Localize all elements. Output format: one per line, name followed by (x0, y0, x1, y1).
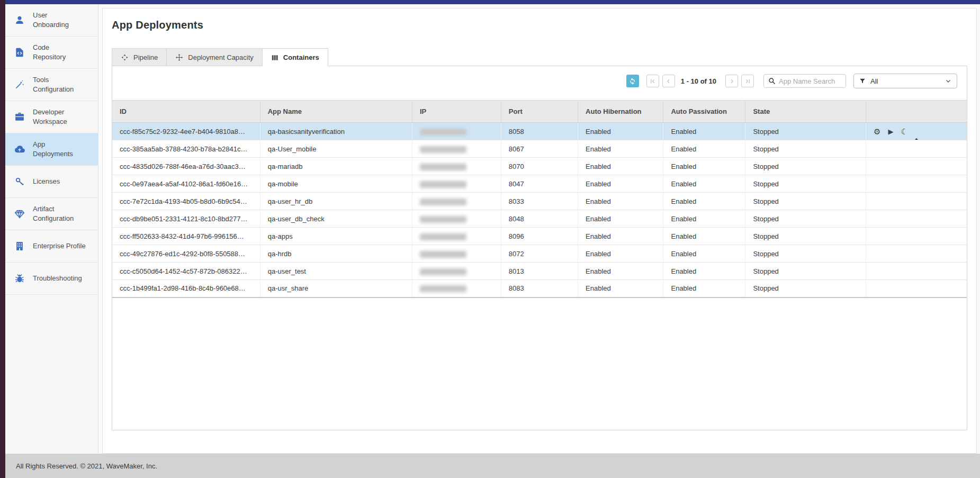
move-icon (175, 53, 183, 61)
cell-state: Stopped (745, 280, 866, 297)
pagination-range-label: 1 - 10 of 10 (681, 77, 716, 85)
table-row[interactable]: ccc-385aa5ab-3788-4230-b78a-b2841c… qa-U… (112, 140, 967, 158)
sidebar-item-licenses[interactable]: Licenses (5, 166, 98, 198)
sidebar-item-troubleshooting[interactable]: Troubleshooting (5, 263, 98, 295)
cell-port: 8033 (501, 193, 578, 210)
cell-ip (412, 245, 501, 263)
table-row[interactable]: ccc-db9be051-2331-4121-8c10-8bd277… qa-u… (112, 210, 967, 228)
cell-state: Stopped (745, 140, 866, 158)
filter-dropdown[interactable]: All (853, 74, 957, 88)
cell-id: ccc-7e72c1da-4193-4b05-b8d0-6b9c54… (112, 193, 260, 210)
first-page-button[interactable] (646, 75, 659, 87)
tab-deployment-capacity[interactable]: Deployment Capacity (166, 48, 263, 66)
chevron-right-icon (729, 78, 735, 85)
pipeline-icon (121, 53, 129, 61)
blurred-ip-value (420, 216, 466, 223)
cell-port: 8048 (501, 210, 578, 228)
table-row[interactable]: ccc-49c27876-ed1c-4292-b0f8-550588… qa-h… (112, 245, 967, 263)
cell-ip (412, 210, 501, 228)
column-header-actions (866, 101, 967, 123)
previous-page-button[interactable] (662, 75, 675, 87)
footer: All Rights Reserved. © 2021, WaveMaker, … (5, 454, 980, 478)
table-row[interactable]: ccc-1b499fa1-2d98-416b-8c4b-960e68… qa-u… (112, 280, 967, 297)
cell-ip (412, 193, 501, 210)
cell-port: 8013 (501, 263, 578, 280)
sidebar-item-tools-configuration[interactable]: Tools Configuration (5, 69, 98, 101)
code-repository-icon (13, 47, 26, 58)
cell-app-name: qa-hrdb (260, 245, 412, 263)
cloud-upload-icon (13, 144, 26, 155)
cell-actions: ⚙ ▶ ☾ Passivate (866, 210, 967, 228)
cell-auto-passivation: Enabled (663, 228, 745, 245)
blurred-ip-value (420, 129, 466, 136)
copyright-text: All Rights Reserved. © 2021, WaveMaker, … (16, 462, 157, 470)
cell-auto-hibernation: Enabled (578, 123, 663, 140)
cell-auto-passivation: Enabled (663, 245, 745, 263)
containers-table: ID App Name IP Port Auto Hibernation Aut… (112, 100, 967, 298)
sidebar-item-enterprise-profile[interactable]: Enterprise Profile (5, 230, 98, 263)
cell-id: ccc-385aa5ab-3788-4230-b78a-b2841c… (112, 140, 260, 158)
cell-state: Stopped (745, 158, 866, 175)
cell-app-name: qa-user_test (260, 263, 412, 280)
funnel-icon (859, 78, 866, 84)
next-page-button[interactable] (725, 75, 738, 87)
table-toolbar: 1 - 10 of 10 All (112, 66, 967, 88)
sidebar-item-label: Enterprise Profile (33, 241, 86, 251)
cell-id: ccc-db9be051-2331-4121-8c10-8bd277… (112, 210, 260, 228)
cell-port: 8096 (501, 228, 578, 245)
gear-icon[interactable]: ⚙ (874, 128, 880, 136)
left-edge-strip (0, 0, 5, 478)
sidebar-item-app-deployments[interactable]: App Deployments (5, 133, 98, 166)
app-name-search (763, 74, 846, 88)
cell-ip (412, 140, 501, 158)
tab-containers[interactable]: Containers (262, 48, 328, 66)
table-row[interactable]: ccc-7e72c1da-4193-4b05-b8d0-6b9c54… qa-u… (112, 193, 967, 210)
app-root: User Onboarding Code Repository Tools Co… (0, 0, 980, 478)
cell-actions: ⚙ ▶ ☾ Passivate (866, 228, 967, 245)
main-content: App Deployments Pipeline Deployment Capa… (98, 4, 980, 454)
cell-actions: ⚙ ▶ ☾ Passivate (866, 123, 967, 140)
cell-auto-hibernation: Enabled (578, 158, 663, 175)
cell-id: ccc-4835d026-788f-46ea-a76d-30aac3… (112, 158, 260, 175)
cell-ip (412, 158, 501, 175)
cell-state: Stopped (745, 210, 866, 228)
play-icon[interactable]: ▶ (888, 128, 893, 135)
table-row[interactable]: ccc-f85c75c2-9232-4ee7-b404-9810a8… qa-b… (112, 123, 967, 140)
table-row[interactable]: ccc-4835d026-788f-46ea-a76d-30aac3… qa-m… (112, 158, 967, 175)
cell-auto-hibernation: Enabled (578, 280, 663, 297)
briefcase-icon (13, 112, 26, 122)
table-row[interactable]: ccc-c5050d64-1452-4c57-872b-086322… qa-u… (112, 263, 967, 280)
last-page-button[interactable] (741, 75, 754, 87)
tab-pipeline[interactable]: Pipeline (112, 48, 167, 66)
cell-auto-hibernation: Enabled (578, 193, 663, 210)
cell-auto-passivation: Enabled (663, 175, 745, 193)
cell-actions: ⚙ ▶ ☾ Passivate (866, 175, 967, 193)
cell-auto-hibernation: Enabled (578, 175, 663, 193)
search-input[interactable] (779, 77, 841, 85)
sidebar-item-code-repository[interactable]: Code Repository (5, 37, 98, 69)
sidebar-item-user-onboarding[interactable]: User Onboarding (5, 4, 98, 37)
table-row[interactable]: ccc-0e97aea4-a5af-4102-86a1-fd60e16… qa-… (112, 175, 967, 193)
cell-app-name: qa-mariadb (260, 158, 412, 175)
cell-ip (412, 175, 501, 193)
refresh-button[interactable] (626, 75, 639, 87)
key-icon (13, 176, 26, 187)
cell-auto-hibernation: Enabled (578, 210, 663, 228)
sidebar-item-developer-workspace[interactable]: Developer Workspace (5, 101, 98, 133)
cell-auto-passivation: Enabled (663, 140, 745, 158)
cell-id: ccc-1b499fa1-2d98-416b-8c4b-960e68… (112, 280, 260, 297)
sidebar: User Onboarding Code Repository Tools Co… (5, 4, 98, 454)
cell-port: 8072 (501, 245, 578, 263)
cell-actions: ⚙ ▶ ☾ Passivate (866, 158, 967, 175)
blurred-ip-value (420, 233, 466, 240)
column-header-id: ID (112, 101, 260, 123)
cell-app-name: qa-user_hr_db (260, 193, 412, 210)
cell-state: Stopped (745, 228, 866, 245)
sidebar-item-artifact-configuration[interactable]: Artifact Configuration (5, 198, 98, 230)
cell-app-name: qa-User_mobile (260, 140, 412, 158)
magic-wand-icon (13, 79, 26, 90)
user-icon (13, 15, 26, 25)
column-header-state: State (745, 101, 866, 123)
table-row[interactable]: ccc-ff502633-8432-41d4-97b6-996156… qa-a… (112, 228, 967, 245)
moon-icon[interactable]: ☾ (901, 128, 907, 136)
